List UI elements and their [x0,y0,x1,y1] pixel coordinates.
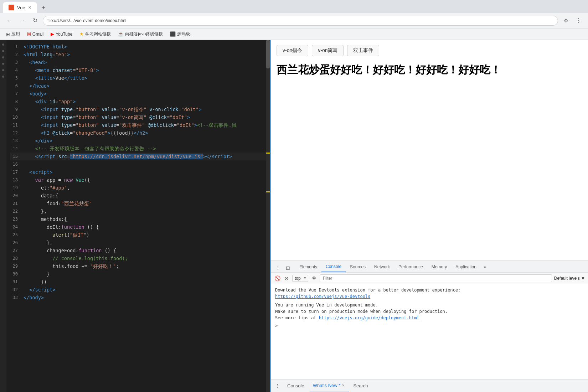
scroll-marker-1 [266,153,270,154]
activity-dot-3 [2,56,4,58]
editor-scrollbar[interactable] [266,40,270,392]
browser-tab[interactable]: Vue ✕ [3,2,37,13]
code-line-14: 14 <!-- 开发环境版本，包含了有帮助的命令行警告 --> [10,145,268,153]
code-line-15: 15 <script src="https://cdn.jsdelivr.net… [10,153,268,160]
code-line-1: 1 <!DOCTYPE html> [10,43,268,51]
code-line-28: 28 // console.log(this.food); [10,254,268,262]
devtools-bottom-tabs: ⋮ Console What's New * ✕ Search [271,379,588,392]
back-button[interactable]: ← [4,16,14,26]
bookmark-gmail[interactable]: M Gmail [24,31,46,37]
devtools-tabs: ⋮ ⊡ Elements Console Sources Network Per… [271,261,588,273]
code-line-7: 7 <body> [10,90,268,98]
tab-close-icon[interactable]: ✕ [28,5,31,10]
code-line-2: 2 <html lang="en"> [10,51,268,58]
code-line-27: 27 changeFood:function () { [10,247,268,254]
code-line-31: 31 }) [10,278,268,286]
extensions-button[interactable]: ⚙ [561,16,571,26]
console-link-2[interactable]: https://vuejs.org/guide/deployment.html [319,315,419,320]
console-filter-input[interactable] [320,274,552,282]
browser-toolbar: ← → ↻ file:///Users/.../vue-event-demo/i… [0,13,588,29]
preview-heading[interactable]: 西兰花炒蛋好好吃！好好吃！好好吃！好好吃！ [271,61,588,78]
console-msg-1: Download the Vue Devtools extension for … [275,287,584,293]
code-line-29: 29 this.food += "好好吃！"; [10,262,268,270]
browser-tabs: Vue ✕ + [0,0,588,13]
scroll-thumb[interactable] [266,40,270,68]
tab-memory[interactable]: Memory [427,262,451,272]
code-line-16: 16 [10,160,268,168]
vonjianxie-button[interactable]: v-on简写 [312,45,344,56]
code-line-25: 25 alert("做IT") [10,231,268,239]
bookmark-apps[interactable]: ⊞ 应用 [3,30,23,38]
console-msg-2: You are running Vue in development mode. [275,302,584,308]
code-line-23: 23 methods:{ [10,215,268,223]
tab-more[interactable]: » [481,262,489,272]
code-line-11: 11 <input type="button" value="双击事件" @db… [10,121,268,129]
code-line-30: 30 } [10,270,268,278]
code-line-26: 26 }, [10,239,268,247]
bookmark-source[interactable]: ⬛ 源码级... [167,30,196,38]
console-eye-button[interactable]: 👁 [310,275,318,282]
tab-performance[interactable]: Performance [394,262,427,272]
console-msg-3: Make sure to turn on production mode whe… [275,308,584,315]
vonzhi-button[interactable]: v-on指令 [277,45,308,56]
tab-application[interactable]: Application [451,262,481,272]
code-line-24: 24 doIt:function () { [10,223,268,231]
activity-dot-5 [2,69,4,71]
code-line-6: 6 </head> [10,82,268,90]
console-filter-button[interactable]: ⊘ [283,275,290,282]
forward-button[interactable]: → [17,16,27,26]
right-panel: v-on指令 v-on简写 双击事件 西兰花炒蛋好好吃！好好吃！好好吃！好好吃！… [271,40,588,392]
console-link-1[interactable]: https://github.com/vuejs/vue-devtools [275,293,584,300]
code-line-32: 32 </script> [10,286,268,294]
code-line-33: 33 </body> [10,294,268,301]
reload-button[interactable]: ↻ [30,16,40,26]
menu-button[interactable]: ⋮ [574,16,584,26]
bookmark-youtube-label: YouTube [56,32,72,37]
bookmarks-bar: ⊞ 应用 M Gmail ▶ YouTube ★ 学习网站链接 ☕ 尚硅谷jav… [0,29,588,40]
close-whats-new-icon[interactable]: ✕ [342,383,345,387]
default-levels-label[interactable]: Default levels ▼ [554,276,585,281]
tab-console[interactable]: Console [321,262,346,272]
console-context-selector[interactable]: top ▼ [292,275,308,282]
code-line-13: 13 </div> [10,137,268,145]
editor-activity-bar [0,40,6,392]
clear-console-button[interactable]: 🚫 [274,275,281,282]
code-line-12: 12 <h2 @click="changeFood">{{food}}</h2> [10,129,268,137]
console-prompt[interactable]: > [275,323,584,329]
bookmark-youtube[interactable]: ▶ YouTube [48,31,75,37]
activity-dot-4 [2,63,4,65]
shuangjishijian-button[interactable]: 双击事件 [347,45,379,56]
address-bar[interactable]: file:///Users/.../vue-event-demo/index.h… [43,16,558,26]
code-line-10: 10 <input type="button" value="v-on简写" @… [10,113,268,121]
activity-dot-6 [2,76,4,78]
code-line-21: 21 food:"西兰花炒蛋" [10,200,268,207]
tab-network[interactable]: Network [370,262,394,272]
tab-label: Vue [17,5,25,10]
tab-sources[interactable]: Sources [346,262,370,272]
bottom-tab-search[interactable]: Search [349,380,372,392]
activity-dot-1 [2,43,4,46]
devtools-control-button[interactable]: ⋮ [274,264,282,272]
devtools-console-output[interactable]: Download the Vue Devtools extension for … [271,284,588,379]
bottom-tab-whats-new[interactable]: What's New * ✕ [309,380,349,392]
bottom-tab-console[interactable]: Console [283,380,309,392]
console-msg-4: See more tips at https://vuejs.org/guide… [275,315,584,321]
bottom-tab-menu[interactable]: ⋮ [274,382,282,390]
new-tab-button[interactable]: + [38,3,48,13]
code-line-19: 19 el:"#app", [10,184,268,192]
preview-area: v-on指令 v-on简写 双击事件 西兰花炒蛋好好吃！好好吃！好好吃！好好吃！ [271,40,588,260]
editor-content[interactable]: 1 <!DOCTYPE html> 2 <html lang="en"> 3 <… [0,40,270,392]
code-line-5: 5 <title>Vue</title> [10,74,268,82]
code-line-18: 18 var app = new Vue({ [10,176,268,184]
code-line-17: 17 <script> [10,168,268,176]
code-line-9: 9 <input type="button" value="v-on指令" v-… [10,105,268,113]
address-text: file:///Users/.../vue-event-demo/index.h… [47,18,126,23]
tab-elements[interactable]: Elements [295,262,321,272]
devtools-toolbar: 🚫 ⊘ top ▼ 👁 Default levels ▼ [271,273,588,284]
bookmark-java[interactable]: ☕ 尚硅谷java路线链接 [115,30,166,38]
devtools-undock-button[interactable]: ⊡ [284,264,292,272]
preview-buttons-row: v-on指令 v-on简写 双击事件 [271,40,588,61]
code-line-8: 8 <div id="app"> [10,98,268,105]
bookmark-study[interactable]: ★ 学习网站链接 [77,30,114,38]
editor-panel: 1 <!DOCTYPE html> 2 <html lang="en"> 3 <… [0,40,271,392]
